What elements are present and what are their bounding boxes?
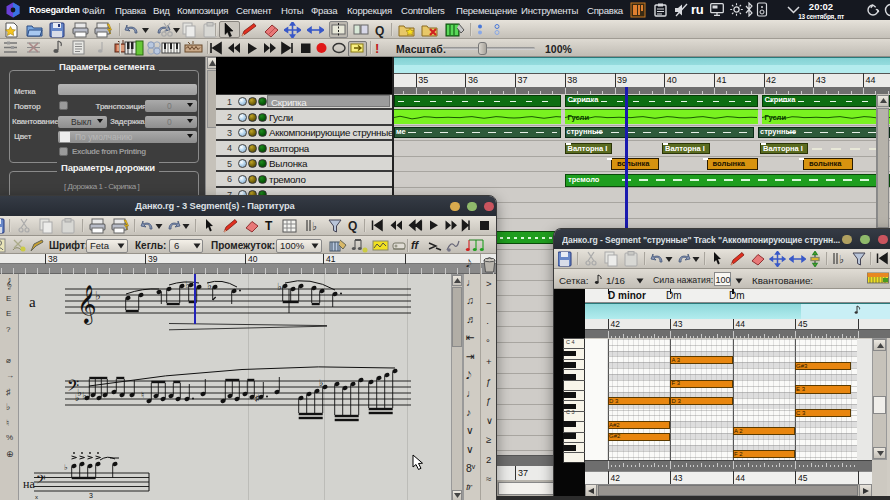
svg-text:♭: ♭	[312, 220, 317, 232]
svg-text:на: на	[23, 477, 35, 491]
svg-text:𝄞: 𝄞	[77, 285, 97, 325]
svg-text:♭: ♭	[64, 463, 68, 472]
svg-text:♭: ♭	[319, 378, 323, 388]
svg-text:♭: ♭	[95, 289, 101, 303]
svg-text:♭: ♭	[75, 393, 79, 403]
svg-text:♭: ♭	[277, 281, 282, 292]
svg-text:x: x	[35, 494, 38, 500]
svg-text:3: 3	[89, 492, 93, 499]
svg-text:♭: ♭	[839, 253, 844, 265]
svg-text:♮: ♮	[141, 390, 144, 400]
svg-text:a: a	[29, 294, 36, 310]
svg-text:𝄢: 𝄢	[36, 472, 46, 489]
